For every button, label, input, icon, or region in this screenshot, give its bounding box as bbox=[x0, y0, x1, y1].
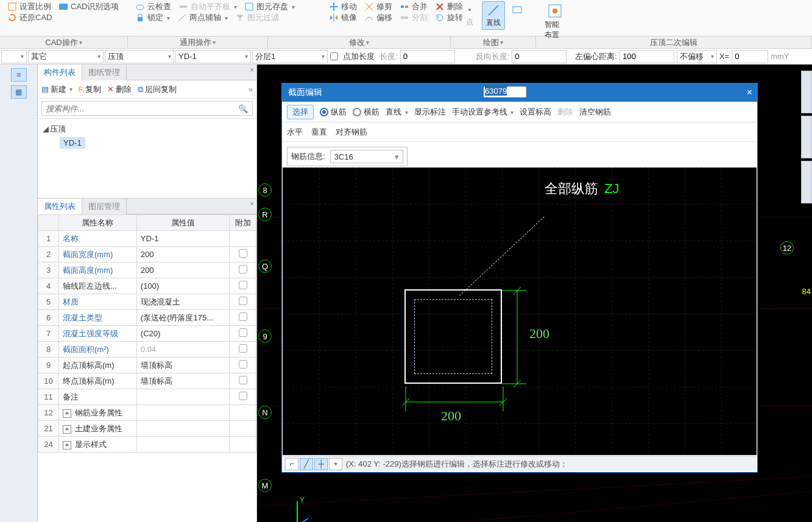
param-dd-5[interactable]: 分层1 bbox=[252, 50, 328, 63]
width-dimension[interactable]: 200 bbox=[441, 408, 461, 424]
set-scale-button[interactable]: 设置比例 bbox=[7, 1, 51, 12]
col-prop-value: 属性值 bbox=[136, 215, 229, 231]
table-row[interactable]: 4轴线距左边线...(100) bbox=[38, 278, 256, 294]
restore-cad-button[interactable]: 还原CAD bbox=[7, 12, 52, 23]
two-point-axis-button[interactable]: 两点辅轴▾ bbox=[177, 12, 228, 23]
mirror-button[interactable]: 镜像 bbox=[329, 12, 357, 23]
more-button[interactable]: » bbox=[249, 85, 253, 94]
delete-icon bbox=[435, 2, 445, 12]
show-dim-button[interactable]: 显示标注 bbox=[414, 107, 446, 118]
tab-property-list[interactable]: 属性列表 bbox=[38, 199, 82, 214]
search-icon: 🔍 bbox=[238, 104, 248, 113]
snap-btn-3[interactable]: ┼ bbox=[314, 458, 328, 470]
svg-text:Y: Y bbox=[300, 496, 305, 504]
right-side-tabs[interactable] bbox=[801, 71, 812, 203]
param-dd-4[interactable]: YD-1 bbox=[175, 50, 251, 63]
ribbon-group-labels: CAD操作 ▾ 通用操作 ▾ 修改 ▾ 绘图 ▾ 压顶二次编辑 bbox=[0, 37, 812, 49]
copy-component-button[interactable]: ⎘复制 bbox=[79, 84, 101, 95]
param-dd-1[interactable] bbox=[1, 50, 27, 63]
table-row[interactable]: 1名称YD-1 bbox=[38, 231, 256, 247]
rebar-info-field: 钢筋信息: 3C16 bbox=[287, 147, 408, 166]
left-icon-bar: ≡ ▦ bbox=[0, 65, 38, 522]
cad-options-button[interactable]: CAD识别选项 bbox=[58, 1, 119, 12]
table-row[interactable]: 2截面宽度(mm)200 bbox=[38, 247, 256, 263]
table-row[interactable]: 24显示样式 bbox=[38, 437, 256, 453]
rect-tool-button[interactable] bbox=[506, 1, 529, 30]
tab-layer-mgmt[interactable]: 图层管理 bbox=[82, 199, 127, 214]
line-tool-button[interactable]: 直线 bbox=[482, 1, 504, 30]
component-toolbar: ▤新建 ▾ ⎘复制 ✕删除 ⧉层间复制 » bbox=[38, 80, 256, 99]
table-row[interactable]: 10终点顶标高(m)墙顶标高 bbox=[38, 373, 256, 389]
table-row[interactable]: 9起点顶标高(m)墙顶标高 bbox=[38, 358, 256, 373]
dialog-close-button[interactable]: × bbox=[747, 87, 752, 98]
nav-icon-1[interactable]: ≡ bbox=[11, 68, 27, 82]
clear-rebar-button[interactable]: 清空钢筋 bbox=[579, 107, 611, 118]
lock-button[interactable]: 锁定▾ bbox=[135, 12, 170, 23]
tab-component-list[interactable]: 构件列表 bbox=[38, 65, 82, 80]
trim-button[interactable]: 修剪 bbox=[364, 1, 392, 12]
search-input[interactable] bbox=[41, 101, 253, 116]
property-panel-close[interactable]: × bbox=[250, 200, 254, 208]
svg-rect-4 bbox=[245, 3, 253, 10]
point-length-checkbox[interactable] bbox=[330, 52, 338, 60]
section-edit-dialog: 截面编辑 63079 × 选择 纵筋 横筋 直线 ▾ 显示标注 手动设置参考线 … bbox=[281, 83, 758, 473]
shift-dropdown[interactable]: 不偏移 bbox=[677, 50, 717, 63]
move-button[interactable]: 移动 bbox=[329, 1, 357, 12]
model-canvas[interactable]: 8 R Q 9 N M 12 84 Y 截面编辑 63079 × bbox=[257, 65, 812, 522]
dialog-title-input[interactable]: 63079 bbox=[483, 86, 527, 98]
table-row[interactable]: 7混凝土强度等级(C20) bbox=[38, 326, 256, 342]
length-input[interactable] bbox=[400, 50, 455, 63]
component-tree[interactable]: ◢压顶 YD-1 bbox=[38, 119, 256, 198]
horizontal-radio[interactable]: 水平 bbox=[287, 127, 303, 138]
ref-line-button[interactable]: 手动设置参考线 ▾ bbox=[452, 107, 514, 118]
align-rebar-button[interactable]: 对齐钢筋 bbox=[336, 127, 367, 138]
scissors-icon bbox=[364, 2, 374, 12]
section-canvas[interactable]: 全部纵筋ZJ 200 bbox=[283, 168, 757, 455]
tree-root[interactable]: 压顶 bbox=[50, 124, 66, 133]
nav-icon-2[interactable]: ▦ bbox=[11, 85, 27, 99]
rebar-info-combo[interactable]: 3C16 bbox=[330, 150, 403, 163]
table-row[interactable]: 5材质现浇混凝土 bbox=[38, 294, 256, 310]
set-elevation-button[interactable]: 设置标高 bbox=[520, 107, 551, 118]
tree-item-yd1[interactable]: YD-1 bbox=[60, 137, 85, 149]
param-dd-3[interactable]: 压顶 bbox=[105, 50, 174, 63]
delete-component-button[interactable]: ✕删除 bbox=[107, 84, 132, 95]
smart-layout-button[interactable]: 智能布置 bbox=[543, 1, 567, 41]
snap-btn-1[interactable]: ⌐ bbox=[285, 458, 298, 470]
svg-rect-0 bbox=[9, 3, 16, 10]
select-button[interactable]: 选择 bbox=[287, 105, 314, 119]
axis-marker-8: 8 bbox=[258, 183, 272, 197]
component-panel-close[interactable]: × bbox=[250, 66, 254, 74]
merge-button[interactable]: 合并 bbox=[400, 1, 428, 12]
table-row[interactable]: 12钢筋业务属性 bbox=[38, 405, 256, 421]
cloud-check-button[interactable]: 云检查 bbox=[135, 1, 171, 12]
vertical-radio[interactable]: 垂直 bbox=[311, 127, 327, 138]
longitudinal-radio[interactable]: 纵筋 bbox=[320, 107, 347, 118]
line-dropdown[interactable]: 直线 ▾ bbox=[386, 107, 408, 118]
dialog-titlebar[interactable]: 截面编辑 63079 × bbox=[282, 83, 757, 102]
reverse-length-input[interactable] bbox=[512, 50, 567, 63]
section-rectangle[interactable] bbox=[404, 289, 502, 384]
table-row[interactable]: 21土建业务属性 bbox=[38, 421, 256, 437]
table-row[interactable]: 6混凝土类型(泵送砼(坍落度175... bbox=[38, 310, 256, 326]
new-component-button[interactable]: ▤新建 ▾ bbox=[41, 84, 72, 95]
height-dimension[interactable]: 200 bbox=[529, 326, 549, 342]
table-row[interactable]: 8截面面积(m²)0.04 bbox=[38, 342, 256, 358]
left-offset-input[interactable] bbox=[620, 50, 674, 63]
snap-btn-4[interactable]: + bbox=[329, 458, 342, 470]
axis-marker-9: 9 bbox=[258, 330, 272, 343]
svg-rect-7 bbox=[401, 5, 404, 8]
table-row[interactable]: 3截面高度(mm)200 bbox=[38, 263, 256, 278]
axis-marker-12: 12 bbox=[780, 241, 794, 255]
svg-rect-5 bbox=[138, 17, 143, 21]
tab-drawing-mgmt[interactable]: 图纸管理 bbox=[82, 65, 127, 80]
x-input[interactable] bbox=[732, 50, 768, 63]
offset-button[interactable]: 偏移 bbox=[364, 12, 392, 23]
layer-copy-button[interactable]: ⧉层间复制 bbox=[138, 84, 177, 95]
transverse-radio[interactable]: 横筋 bbox=[353, 107, 380, 118]
table-row[interactable]: 11备注 bbox=[38, 389, 256, 405]
dialog-toolbar-2: 水平 垂直 对齐钢筋 bbox=[282, 122, 757, 142]
point-tool-button[interactable]: 点 bbox=[458, 1, 481, 30]
snap-btn-2[interactable]: ╱ bbox=[300, 458, 313, 470]
param-dd-2[interactable]: 其它 bbox=[28, 50, 104, 63]
